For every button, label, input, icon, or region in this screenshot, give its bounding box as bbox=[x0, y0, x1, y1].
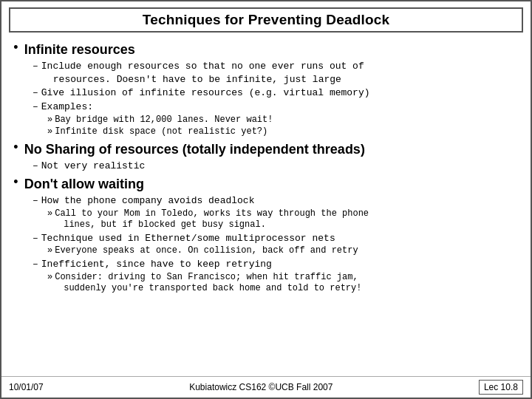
footer-center: Kubiatowicz CS162 ©UCB Fall 2007 bbox=[189, 382, 332, 392]
sub-sub-list-1: » Bay bridge with 12,000 lanes. Never wa… bbox=[47, 115, 520, 138]
bullet-dot-1: • bbox=[12, 41, 20, 57]
slide-header: Techniques for Preventing Deadlock bbox=[9, 7, 523, 33]
bullet-text-3: Don't allow waiting bbox=[24, 176, 144, 193]
slide-footer: 10/01/07 Kubiatowicz CS162 ©UCB Fall 200… bbox=[1, 376, 531, 398]
sub-sub-list-ethernet: » Everyone speaks at once. On collision,… bbox=[47, 245, 520, 257]
sub-item-examples: – Examples: bbox=[33, 100, 520, 114]
footer-date: 10/01/07 bbox=[9, 382, 44, 392]
sub-item-not-realistic: – Not very realistic bbox=[33, 160, 520, 173]
sub-item-ethernet: – Technique used in Ethernet/some multip… bbox=[33, 232, 520, 245]
sub-list-1: – Include enough resources so that no on… bbox=[33, 60, 520, 137]
sub-sub-consider-driving: » Consider: driving to San Francisco; wh… bbox=[47, 272, 520, 295]
footer-lec: Lec 10.8 bbox=[479, 380, 523, 395]
sub-sub-call-mom: » Call to your Mom in Toledo, works its … bbox=[47, 208, 520, 231]
sub-sub-disk-space: » Infinite disk space (not realistic yet… bbox=[47, 126, 520, 138]
sub-list-3: – How the phone company avoids deadlock … bbox=[33, 194, 520, 295]
bullet-text-1: Infinite resources bbox=[24, 41, 135, 58]
bullet-infinite-resources: • Infinite resources bbox=[12, 41, 520, 58]
sub-item-illusion: – Give illusion of infinite resources (e… bbox=[33, 86, 520, 100]
bullet-dot-2: • bbox=[12, 140, 20, 157]
sub-item-phone-company: – How the phone company avoids deadlock bbox=[33, 194, 520, 208]
slide: Techniques for Preventing Deadlock • Inf… bbox=[0, 0, 532, 399]
bullet-dont-allow: • Don't allow waiting bbox=[12, 176, 520, 193]
bullet-no-sharing: • No Sharing of resources (totally indep… bbox=[12, 141, 520, 158]
sub-list-2: – Not very realistic bbox=[33, 160, 520, 173]
bullet-text-2: No Sharing of resources (totally indepen… bbox=[24, 141, 365, 158]
sub-sub-everyone-speaks: » Everyone speaks at once. On collision,… bbox=[47, 245, 520, 257]
slide-body: • Infinite resources – Include enough re… bbox=[1, 37, 531, 376]
sub-sub-bay-bridge: » Bay bridge with 12,000 lanes. Never wa… bbox=[47, 115, 520, 126]
sub-item-include: – Include enough resources so that no on… bbox=[33, 60, 520, 86]
slide-title: Techniques for Preventing Deadlock bbox=[143, 12, 389, 27]
sub-sub-list-phone: » Call to your Mom in Toledo, works its … bbox=[47, 208, 520, 231]
sub-sub-list-inefficient: » Consider: driving to San Francisco; wh… bbox=[47, 272, 520, 295]
bullet-dot-3: • bbox=[12, 175, 20, 191]
sub-item-inefficient: – Inefficient, since have to keep retryi… bbox=[33, 258, 520, 271]
